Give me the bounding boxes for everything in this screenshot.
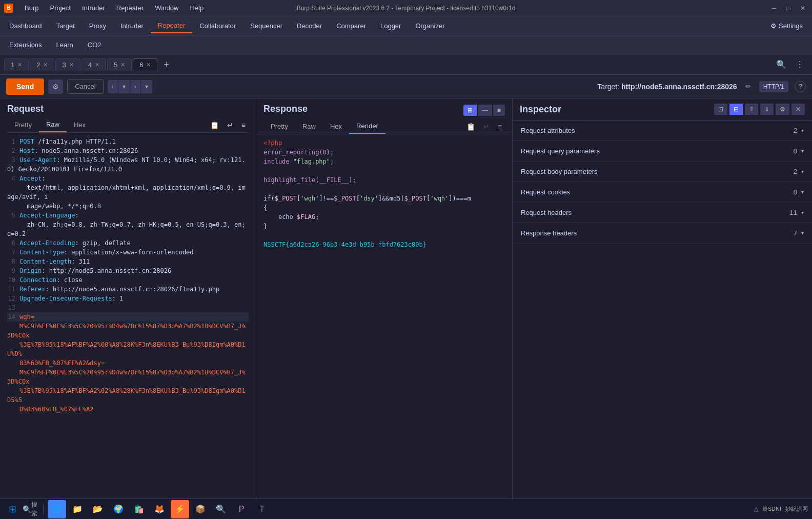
taskbar-text-icon[interactable]: T xyxy=(253,500,271,518)
nav-back-dropdown[interactable]: ▾ xyxy=(118,80,130,93)
request-tab-pretty[interactable]: Pretty xyxy=(7,118,39,132)
tab-target[interactable]: Target xyxy=(49,19,82,33)
tab-logger[interactable]: Logger xyxy=(373,19,408,33)
inspector-sort-desc[interactable]: ⇓ xyxy=(760,104,774,115)
taskbar-store-icon[interactable]: 🛍️ xyxy=(130,500,148,518)
tab-dashboard[interactable]: Dashboard xyxy=(2,19,49,33)
numbered-tab-1[interactable]: 1 ✕ xyxy=(4,58,29,71)
taskbar-folder-icon[interactable]: 📂 xyxy=(89,500,107,518)
code-line-14d: 83%60%FB_%07%FE%A2&dsy= xyxy=(7,358,249,368)
tab-more-icon[interactable]: ⋮ xyxy=(791,57,808,71)
taskbar-app1-icon[interactable]: ⚡ xyxy=(171,500,189,518)
request-wrap-icon[interactable]: ↵ xyxy=(224,119,236,131)
tab-proxy[interactable]: Proxy xyxy=(82,19,113,33)
response-tab-render[interactable]: Render xyxy=(349,119,385,134)
taskbar-search-icon[interactable]: 🔍 搜索 xyxy=(23,501,39,517)
nav-back-button[interactable]: ‹ xyxy=(108,80,118,93)
maximize-button[interactable]: □ xyxy=(783,3,794,13)
code-line-4c: mage/webp, */*;q=0.8 xyxy=(7,202,249,211)
close-tab-5-icon[interactable]: ✕ xyxy=(120,62,125,68)
close-button[interactable]: ✕ xyxy=(798,3,808,13)
edit-target-icon[interactable]: ✏ xyxy=(745,83,751,90)
tab-organizer[interactable]: Organizer xyxy=(408,19,452,33)
tab-intruder[interactable]: Intruder xyxy=(113,19,151,33)
cancel-button[interactable]: Cancel xyxy=(67,79,103,94)
minimize-button[interactable]: ─ xyxy=(769,3,779,13)
request-more-icon[interactable]: ≡ xyxy=(238,119,249,131)
taskbar-notification-icon[interactable]: △ xyxy=(754,506,758,512)
new-tab-button[interactable]: + xyxy=(158,58,174,71)
inspector-req-attr-label: Request attributes xyxy=(521,127,575,134)
inspector-body-params[interactable]: Request body parameters 2 ▾ xyxy=(513,162,812,182)
taskbar-app3-icon[interactable]: 🔍 xyxy=(212,500,230,518)
tab-num-5: 5 xyxy=(114,61,117,69)
view-mode-full[interactable]: ■ xyxy=(493,105,505,116)
response-tab-raw[interactable]: Raw xyxy=(295,119,323,133)
inspector-query-params[interactable]: Request query parameters 0 ▾ xyxy=(513,141,812,162)
close-tab-3-icon[interactable]: ✕ xyxy=(69,62,74,68)
inspector-sort-asc[interactable]: ⇑ xyxy=(745,104,758,115)
body-chevron: ▾ xyxy=(801,169,804,174)
request-copy-icon[interactable]: 📋 xyxy=(207,119,222,131)
settings-gear-button[interactable]: ⚙ xyxy=(48,79,63,94)
inspector-mode-1[interactable]: ⊡ xyxy=(714,104,727,115)
response-copy-icon[interactable]: 📋 xyxy=(463,121,478,133)
tab-decoder[interactable]: Decoder xyxy=(290,19,329,33)
tab-extensions[interactable]: Extensions xyxy=(2,38,49,52)
response-more-icon[interactable]: ≡ xyxy=(495,121,505,133)
close-tab-4-icon[interactable]: ✕ xyxy=(95,62,99,68)
menu-intruder[interactable]: Intruder xyxy=(77,2,110,14)
tab-num-6: 6 xyxy=(139,61,143,69)
response-wrap-icon[interactable]: ↵ xyxy=(480,121,493,133)
nav-forward-dropdown[interactable]: ▾ xyxy=(141,80,152,93)
taskbar-app2-icon[interactable]: 📦 xyxy=(191,500,210,518)
inspector-close-icon[interactable]: ✕ xyxy=(791,104,805,115)
response-tab-hex[interactable]: Hex xyxy=(323,119,349,133)
inspector-request-headers[interactable]: Request headers 11 ▾ xyxy=(513,203,812,223)
taskbar-start-icon[interactable]: ⊞ xyxy=(4,501,21,517)
tab-co2[interactable]: CO2 xyxy=(80,38,109,52)
taskbar-ide-icon[interactable]: P xyxy=(232,500,251,518)
numbered-tab-4[interactable]: 4 ✕ xyxy=(82,58,106,71)
resp-line-10: } xyxy=(263,222,505,231)
close-tab-6-icon[interactable]: ✕ xyxy=(146,62,151,68)
tab-collaborator[interactable]: Collaborator xyxy=(192,19,243,33)
tab-repeater[interactable]: Repeater xyxy=(151,18,192,33)
taskbar-chrome-icon[interactable]: 🌐 xyxy=(48,500,66,518)
inspector-body-count: 2 ▾ xyxy=(794,168,804,175)
tab-learn[interactable]: Learn xyxy=(49,38,80,52)
menu-help[interactable]: Help xyxy=(185,2,209,14)
menu-window[interactable]: Window xyxy=(150,2,184,14)
inspector-response-headers[interactable]: Response headers 7 ▾ xyxy=(513,223,812,244)
numbered-tab-2[interactable]: 2 ✕ xyxy=(30,58,54,71)
taskbar-edge-icon[interactable]: 🌍 xyxy=(109,500,128,518)
taskbar-files-icon[interactable]: 📁 xyxy=(68,500,87,518)
numbered-tab-6[interactable]: 6 ✕ xyxy=(133,58,157,71)
taskbar-firefox-icon[interactable]: 🦊 xyxy=(150,500,169,518)
code-line-4: 4Accept: xyxy=(7,174,249,183)
code-line-14f: %3E%7B%95%18%AF%BF%A2%02%A8%28K%F3n%8EKU… xyxy=(7,386,249,405)
numbered-tab-3[interactable]: 3 ✕ xyxy=(55,58,80,71)
menu-burp[interactable]: Burp xyxy=(19,2,44,14)
nav-forward-button[interactable]: › xyxy=(130,80,140,93)
view-mode-horizontal[interactable]: — xyxy=(478,105,492,116)
send-button[interactable]: Send xyxy=(6,78,44,95)
tab-search-icon[interactable]: 🔍 xyxy=(772,57,790,71)
close-tab-2-icon[interactable]: ✕ xyxy=(43,62,48,68)
menu-project[interactable]: Project xyxy=(45,2,75,14)
response-tab-pretty[interactable]: Pretty xyxy=(263,119,295,133)
close-tab-1-icon[interactable]: ✕ xyxy=(17,62,22,68)
menu-repeater[interactable]: Repeater xyxy=(111,2,149,14)
numbered-tab-5[interactable]: 5 ✕ xyxy=(107,58,132,71)
inspector-request-attributes[interactable]: Request attributes 2 ▾ xyxy=(513,121,812,141)
inspector-mode-2[interactable]: ⊟ xyxy=(729,104,743,115)
help-icon[interactable]: ? xyxy=(795,81,806,92)
tab-comparer[interactable]: Comparer xyxy=(329,19,373,33)
request-tab-hex[interactable]: Hex xyxy=(67,118,93,132)
inspector-settings-icon[interactable]: ⚙ xyxy=(776,104,789,115)
tab-sequencer[interactable]: Sequencer xyxy=(243,19,290,33)
inspector-cookies[interactable]: Request cookies 0 ▾ xyxy=(513,182,812,203)
view-mode-split[interactable]: ⊞ xyxy=(463,105,477,116)
request-tab-raw[interactable]: Raw xyxy=(39,117,67,132)
tab-settings[interactable]: ⚙ Settings xyxy=(763,19,810,33)
